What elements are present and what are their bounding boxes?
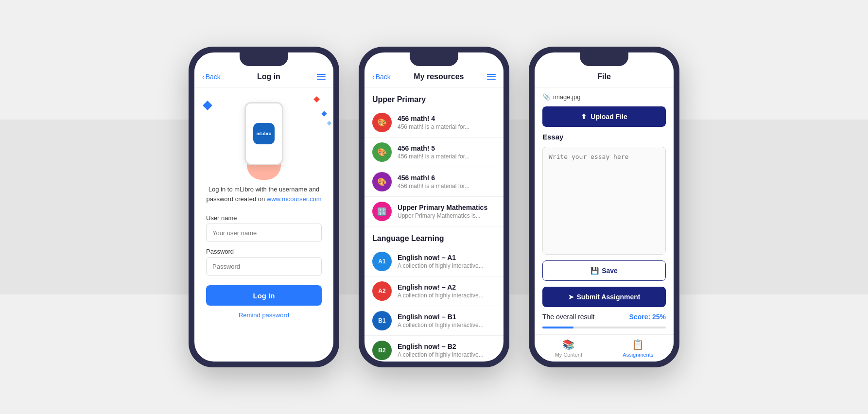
- mcourser-link[interactable]: www.mcourser.com: [267, 195, 322, 203]
- save-icon: 💾: [590, 267, 599, 275]
- assignment-title: File: [597, 72, 611, 81]
- topbar-resources: ‹ Back My resources: [365, 66, 503, 87]
- resource-text-b1: English now! – B1 A collection of highly…: [398, 313, 496, 328]
- resource-item-a2[interactable]: A2 English now! – A2 A collection of hig…: [365, 276, 503, 306]
- progress-bar-background: [542, 327, 666, 328]
- submit-assignment-button[interactable]: ➤ Submit Assignment: [542, 287, 666, 307]
- resource-item-a1[interactable]: A1 English now! – A1 A collection of hig…: [365, 247, 503, 276]
- resource-title-math6: 456 math! 6: [398, 174, 496, 182]
- resource-sub-a2: A collection of highly interactive...: [398, 292, 496, 299]
- resource-avatar-upm: 🔢: [372, 202, 392, 221]
- back-button-1[interactable]: ‹ Back: [202, 73, 221, 81]
- chevron-left-icon: ‹: [202, 73, 205, 81]
- resource-sub-math4: 456 math! is a material for...: [398, 123, 496, 130]
- resource-text-a2: English now! – A2 A collection of highly…: [398, 283, 496, 299]
- resource-title-a2: English now! – A2: [398, 283, 496, 291]
- resource-item-math4[interactable]: 🎨 456 math! 4 456 math! is a material fo…: [365, 108, 503, 138]
- resource-text-upm: Upper Primary Mathematics Upper Primary …: [398, 204, 496, 219]
- login-illustration: mLibro: [194, 87, 333, 185]
- resource-item-math5[interactable]: 🎨 456 math! 5 456 math! is a material fo…: [365, 138, 503, 167]
- resource-sub-a1: A collection of highly interactive...: [398, 262, 496, 269]
- login-title: Log in: [257, 72, 280, 81]
- upload-label: Upload File: [590, 113, 627, 121]
- submit-icon: ➤: [568, 293, 574, 301]
- assignments-icon: 📋: [632, 339, 644, 350]
- login-button[interactable]: Log In: [206, 285, 322, 306]
- menu-icon-1[interactable]: [317, 74, 326, 80]
- resource-avatar-math4: 🎨: [372, 113, 392, 132]
- phone-notch-1: [240, 52, 288, 66]
- resource-item-upm[interactable]: 🔢 Upper Primary Mathematics Upper Primar…: [365, 197, 503, 226]
- password-input[interactable]: [206, 257, 322, 276]
- resource-sub-math6: 456 math! is a material for...: [398, 183, 496, 190]
- topbar-login: ‹ Back Log in: [194, 66, 333, 87]
- mlibro-logo: mLibro: [253, 123, 275, 144]
- section-header-language: Language Learning: [365, 226, 503, 247]
- resource-text-math5: 456 math! 5 456 math! is a material for.…: [398, 144, 496, 160]
- nav-item-assignments[interactable]: 📋 Assignments: [623, 339, 653, 358]
- phone-notch-2: [410, 52, 458, 66]
- login-description: Log in to mLibro with the username and p…: [206, 185, 322, 204]
- remind-password-link[interactable]: Remind password: [206, 311, 322, 319]
- login-text-block: Log in to mLibro with the username and p…: [194, 185, 333, 208]
- username-input[interactable]: [206, 224, 322, 242]
- result-score: Score: 25%: [629, 313, 666, 321]
- assignments-label: Assignments: [623, 352, 653, 358]
- diamond-blue-tiny: [327, 121, 332, 126]
- resource-title-a1: English now! – A1: [398, 254, 496, 261]
- my-content-icon: 📚: [562, 339, 574, 350]
- resource-title-math4: 456 math! 4: [398, 115, 496, 122]
- assignment-content: 📎 image.jpg ⬆ Upload File Essay 💾 Save ➤…: [535, 87, 674, 334]
- resource-avatar-a2: A2: [372, 281, 392, 301]
- resource-text-a1: English now! – A1 A collection of highly…: [398, 254, 496, 269]
- back-label-2: Back: [376, 73, 391, 81]
- file-icon: 📎: [542, 93, 550, 101]
- result-row: The overall result Score: 25%: [542, 313, 666, 321]
- topbar-assignment: File: [535, 66, 674, 87]
- menu-icon-2[interactable]: [487, 74, 496, 80]
- nav-item-my-content[interactable]: 📚 My Content: [555, 339, 582, 358]
- phones-container: ‹ Back Log in: [189, 47, 679, 367]
- phone-assignment: File 📎 image.jpg ⬆ Upload File Essay 💾 S…: [529, 47, 679, 367]
- resource-sub-math5: 456 math! is a material for...: [398, 153, 496, 160]
- resource-avatar-math6: 🎨: [372, 172, 392, 191]
- resources-title: My resources: [414, 72, 464, 81]
- submit-label: Submit Assignment: [577, 293, 641, 301]
- upload-file-button[interactable]: ⬆ Upload File: [542, 106, 666, 127]
- resource-item-b1[interactable]: B1 English now! – B1 A collection of hig…: [365, 306, 503, 336]
- phone-notch-3: [580, 52, 628, 66]
- diamond-red: [313, 96, 320, 103]
- phone-screen-1: ‹ Back Log in: [194, 52, 333, 362]
- resource-text-b2: English now! – B2 A collection of highly…: [398, 343, 496, 358]
- chevron-left-icon-2: ‹: [372, 73, 375, 81]
- resource-text-math6: 456 math! 6 456 math! is a material for.…: [398, 174, 496, 190]
- illustration-phone: mLibro: [244, 102, 283, 165]
- resource-sub-upm: Upper Primary Mathematics is...: [398, 212, 496, 219]
- back-button-2[interactable]: ‹ Back: [372, 73, 391, 81]
- resource-title-upm: Upper Primary Mathematics: [398, 204, 496, 211]
- diamond-blue-large: [203, 101, 212, 110]
- my-content-label: My Content: [555, 352, 582, 358]
- resource-title-b2: English now! – B2: [398, 343, 496, 350]
- resource-avatar-a1: A1: [372, 252, 392, 271]
- file-row: 📎 image.jpg: [542, 93, 666, 101]
- save-button[interactable]: 💾 Save: [542, 260, 666, 281]
- resource-title-math5: 456 math! 5: [398, 144, 496, 152]
- essay-label: Essay: [542, 133, 666, 141]
- back-label-1: Back: [206, 73, 221, 81]
- resource-title-b1: English now! – B1: [398, 313, 496, 321]
- phone-resources: ‹ Back My resources Upper Primary 🎨: [359, 47, 509, 367]
- hand-phone-wrapper: mLibro: [232, 97, 295, 180]
- diamond-blue-small: [321, 111, 327, 116]
- phone-screen-3: File 📎 image.jpg ⬆ Upload File Essay 💾 S…: [535, 52, 674, 362]
- resource-sub-b2: A collection of highly interactive...: [398, 351, 496, 358]
- phone-screen-2: ‹ Back My resources Upper Primary 🎨: [365, 52, 503, 362]
- resource-avatar-b2: B2: [372, 341, 392, 360]
- section-header-upper-primary: Upper Primary: [365, 87, 503, 108]
- save-label: Save: [602, 267, 618, 275]
- resource-item-b2[interactable]: B2 English now! – B2 A collection of hig…: [365, 336, 503, 362]
- essay-textarea[interactable]: [542, 147, 666, 255]
- bottom-nav: 📚 My Content 📋 Assignments: [535, 334, 674, 362]
- phone-login: ‹ Back Log in: [189, 47, 339, 367]
- resource-item-math6[interactable]: 🎨 456 math! 6 456 math! is a material fo…: [365, 167, 503, 197]
